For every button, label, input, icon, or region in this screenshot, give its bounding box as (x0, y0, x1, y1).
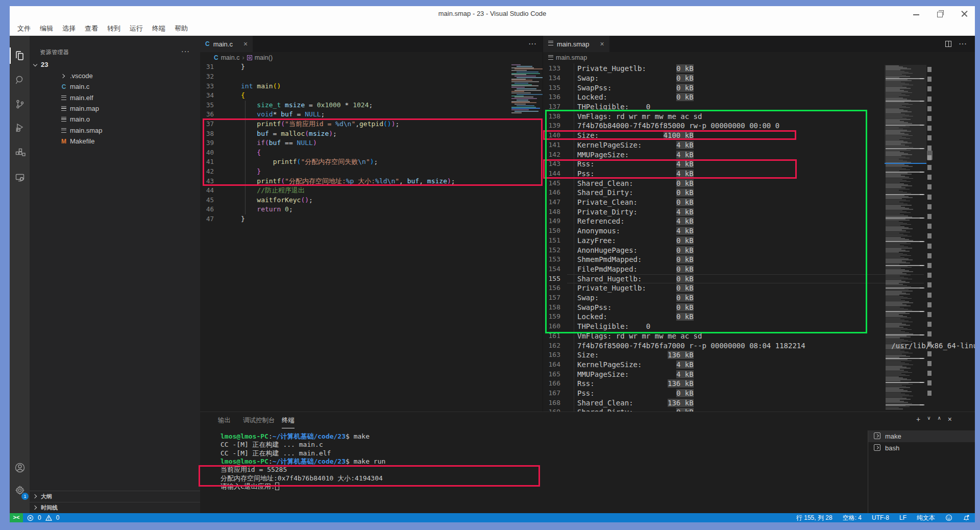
chevron-down-icon (33, 62, 37, 66)
status-item[interactable]: 空格: 4 (843, 513, 862, 522)
search-icon[interactable] (10, 70, 30, 90)
menu-运行[interactable]: 运行 (125, 24, 148, 33)
section-时间线[interactable]: 时间线 (30, 502, 200, 513)
smap-line: Shared_Dirty: 0 kB (577, 407, 694, 412)
status-item[interactable]: 纯文本 (917, 513, 935, 522)
line-number: 162 (543, 341, 567, 351)
restore-button[interactable] (937, 10, 944, 17)
file-item-main.smap[interactable]: main.smap (30, 125, 200, 136)
extensions-icon[interactable] (10, 142, 30, 163)
file-item-Makefile[interactable]: MMakefile (30, 136, 200, 147)
line-number: 135 (543, 83, 567, 93)
smap-line: Swap: 0 kB (577, 74, 694, 83)
line-number: 45 (200, 196, 228, 205)
code-editor-main-c[interactable]: 31}3233int main()34{35 size_t msize = 0x… (200, 63, 543, 412)
explorer-icon[interactable] (10, 45, 30, 66)
new-terminal-icon[interactable]: + (916, 415, 920, 423)
menu-查看[interactable]: 查看 (80, 24, 103, 33)
section-大纲[interactable]: 大纲 (30, 491, 200, 502)
sidebar-more-icon[interactable]: ··· (181, 47, 190, 55)
line-number: 169 (543, 407, 567, 412)
smap-line: Locked: 0 kB (577, 92, 694, 102)
code-line: size_t msize = 0x1000 * 1024; (241, 101, 373, 110)
line-number: 32 (200, 72, 228, 82)
file-item-main.map[interactable]: main.map (30, 103, 200, 114)
explorer-sidebar: 资源管理器 ··· 23 .vscodeCmain.cmain.elfmain.… (30, 36, 200, 513)
bell-icon[interactable] (963, 514, 970, 521)
tab-bar: main.smap × ··· (543, 36, 975, 52)
file-icon (60, 103, 68, 114)
editor-actions-icon[interactable]: ··· (528, 39, 536, 49)
file-item-main.c[interactable]: Cmain.c (30, 81, 200, 92)
file-item-main.elf[interactable]: main.elf (30, 92, 200, 104)
maximize-panel-icon[interactable]: ∧ (937, 415, 941, 423)
line-number: 34 (200, 91, 228, 101)
smap-line: Rss: 136 kB (577, 379, 694, 389)
account-icon[interactable] (10, 457, 30, 478)
status-item[interactable]: LF (899, 513, 906, 522)
smap-line: KernelPageSize: 4 kB (577, 360, 694, 370)
chevron-right-icon (33, 505, 37, 510)
menu-文件[interactable]: 文件 (13, 24, 35, 33)
code-line: //防止程序退出 (241, 186, 305, 196)
editor-group-main-c: C main.c × ··· C main.c › main() 31}3233… (200, 36, 543, 412)
chevron-right-icon (33, 494, 37, 498)
smap-line: Shared_Clean: 136 kB (577, 398, 694, 408)
status-bar: >< 0 0 行 155, 列 28空格: 4UTF-8LF纯文本 (10, 513, 975, 522)
menu-选择[interactable]: 选择 (58, 24, 80, 33)
close-tab-icon[interactable]: × (243, 40, 248, 48)
code-line: } (241, 63, 245, 72)
tab-main-c[interactable]: C main.c × (200, 36, 253, 52)
file-icon (60, 125, 68, 136)
breadcrumb[interactable]: C main.c › main() (200, 52, 543, 63)
split-editor-icon[interactable] (945, 41, 951, 47)
smap-line: SwapPss: 0 kB (577, 83, 694, 93)
panel-tab-输出[interactable]: 输出 (218, 416, 231, 425)
breadcrumb[interactable]: main.smap (543, 52, 975, 63)
settings-gear-icon[interactable]: 1 (10, 480, 30, 500)
problems-status[interactable]: 0 0 (27, 513, 59, 522)
file-icon (60, 92, 68, 104)
minimize-button[interactable] (913, 10, 920, 17)
close-tab-icon[interactable]: × (600, 40, 604, 48)
run-debug-icon[interactable] (10, 117, 30, 138)
menu-终端[interactable]: 终端 (148, 24, 170, 33)
minimap[interactable] (509, 64, 541, 115)
code-line: } (241, 214, 245, 224)
close-panel-icon[interactable]: × (948, 415, 952, 423)
close-button[interactable] (961, 10, 968, 17)
line-number: 35 (200, 101, 228, 110)
panel-tab-调试控制台[interactable]: 调试控制台 (243, 416, 275, 425)
feedback-icon[interactable] (945, 514, 952, 521)
terminal-list-item-bash[interactable]: bash (868, 442, 975, 454)
annotation-box-code-highlight (203, 118, 543, 186)
menu-编辑[interactable]: 编辑 (35, 24, 58, 33)
folder-root[interactable]: 23 (30, 59, 200, 70)
panel-tab-终端[interactable]: 终端 (282, 416, 295, 425)
source-control-icon[interactable] (10, 94, 30, 114)
code-line: return 0; (241, 205, 293, 214)
line-number: 164 (543, 360, 567, 370)
menu-帮助[interactable]: 帮助 (170, 24, 192, 33)
editor-actions-icon[interactable]: ··· (959, 39, 967, 49)
line-number: 136 (543, 92, 567, 102)
menu-转到[interactable]: 转到 (103, 24, 125, 33)
c-file-icon: C (214, 54, 218, 61)
status-item[interactable]: 行 155, 列 28 (796, 513, 832, 522)
terminal-line: CC -[M] 正在构建 ... main.c (220, 440, 323, 449)
file-icon (60, 114, 68, 125)
remote-explorer-icon[interactable] (10, 167, 30, 188)
remote-indicator[interactable]: >< (10, 513, 23, 522)
status-item[interactable]: UTF-8 (872, 513, 889, 522)
file-item-.vscode[interactable]: .vscode (30, 70, 200, 82)
sidebar-title: 资源管理器 (40, 49, 69, 56)
chevron-down-icon[interactable]: ∨ (927, 415, 930, 423)
tab-main-smap[interactable]: main.smap × (543, 36, 609, 52)
line-number: 47 (200, 214, 228, 224)
code-line: waitforKeyc(); (241, 196, 313, 205)
line-number: 167 (543, 389, 567, 398)
c-file-icon: C (205, 40, 210, 47)
file-item-main.o[interactable]: main.o (30, 114, 200, 125)
minimap[interactable] (885, 63, 926, 412)
terminal-list-item-make[interactable]: make (868, 430, 975, 442)
